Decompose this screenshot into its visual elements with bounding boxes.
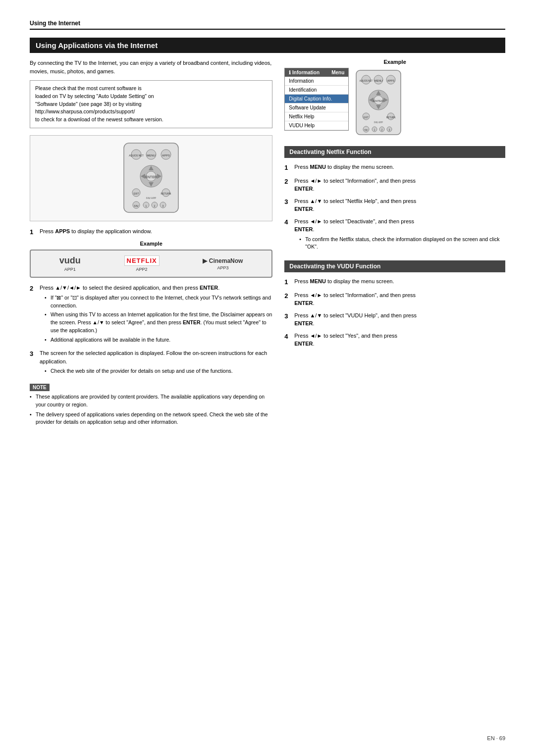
svg-text:3: 3 (162, 204, 164, 207)
svg-text:FAV: FAV (134, 204, 139, 207)
menu-item-information: Information (285, 77, 348, 86)
remote-diagram-right: AQUOS NET MENU APPS ENTER EXIT (354, 68, 403, 138)
main-title-box: Using Applications via the Internet (30, 38, 505, 53)
svg-text:2: 2 (154, 204, 156, 207)
menu-item-vudu-help: VUDU Help (285, 121, 348, 130)
left-column: By connecting the TV to the Internet, yo… (30, 59, 272, 428)
cinemanow-app-icon: ▶ CinemaNow APP3 (203, 257, 243, 270)
svg-text:AQUOS NET: AQUOS NET (129, 154, 143, 157)
netflix-step-1: 1 Press MENU to display the menu screen. (284, 163, 505, 173)
svg-text:AQUOS NET: AQUOS NET (360, 80, 373, 82)
remote-diagram-left: AQUOS NET MENU APPS ENTER EXIT RETURN (30, 135, 272, 221)
svg-text:MENU: MENU (374, 79, 382, 82)
example-right: Example ℹ Information Menu Information I… (284, 59, 505, 138)
svg-text:EXIT: EXIT (364, 116, 369, 119)
step-2-left: 2 Press ▲/▼/◄/► to select the desired ap… (30, 284, 272, 345)
netflix-step-3: 3 Press ▲/▼ to select "Netflix Help", an… (284, 197, 505, 213)
step-1-left: 1 Press APPS to display the application … (30, 227, 272, 237)
menu-list-box: ℹ Information Menu Information Identific… (284, 68, 349, 131)
svg-text:ENTER: ENTER (145, 175, 157, 179)
svg-text:FAV APP: FAV APP (374, 121, 383, 124)
svg-text:FAV APP: FAV APP (146, 197, 157, 200)
svg-text:APPS: APPS (387, 79, 395, 82)
note-section: NOTE These applications are provided by … (30, 384, 272, 426)
menu-item-identification: Identification (285, 86, 348, 95)
svg-text:FAV: FAV (365, 129, 369, 131)
vudu-step-4: 4 Press ◄/► to select "Yes", and then pr… (284, 332, 505, 348)
svg-text:APPS: APPS (162, 154, 170, 157)
netflix-step-4: 4 Press ◄/► to select "Deactivate", and … (284, 217, 505, 253)
svg-text:ENTER: ENTER (374, 100, 384, 102)
app-example-box: vudu APP1 NETFLIX APP2 ▶ CinemaNow APP3 (30, 250, 272, 278)
svg-text:RETURN: RETURN (161, 192, 171, 195)
menu-header: ℹ Information Menu (285, 68, 348, 77)
deactivate-netflix-section: Deactivating Netflix Function 1 Press ME… (284, 146, 505, 252)
netflix-app-icon: NETFLIX APP2 (124, 255, 160, 272)
svg-text:1: 1 (146, 204, 147, 207)
page-footer: EN · 69 (487, 735, 505, 741)
page-header-title: Using the Internet (30, 20, 80, 27)
page-header: Using the Internet (30, 20, 505, 30)
vudu-step-3: 3 Press ▲/▼ to select "VUDU Help", and t… (284, 311, 505, 328)
right-column: Example ℹ Information Menu Information I… (284, 59, 505, 428)
svg-text:MENU: MENU (147, 154, 156, 157)
deactivate-vudu-heading: Deactivating the VUDU Function (284, 260, 505, 272)
note-box: Please check that the most current softw… (30, 80, 272, 128)
vudu-step-1: 1 Press MENU to display the menu screen. (284, 277, 505, 287)
deactivate-vudu-section: Deactivating the VUDU Function 1 Press M… (284, 260, 505, 348)
netflix-step-2: 2 Press ◄/► to select "Information", and… (284, 177, 505, 193)
menu-example: ℹ Information Menu Information Identific… (284, 68, 505, 138)
example-label-apps: Example (30, 241, 272, 247)
example-label-right: Example (284, 59, 505, 65)
vudu-step-2: 2 Press ◄/► to select "Information", and… (284, 291, 505, 307)
svg-text:RETURN: RETURN (386, 116, 396, 119)
deactivate-netflix-heading: Deactivating Netflix Function (284, 146, 505, 158)
menu-item-software-update: Software Update (285, 103, 348, 112)
vudu-app-icon: vudu APP1 (59, 255, 81, 272)
step-3-left: 3 The screen for the selected applicatio… (30, 349, 272, 377)
menu-item-netflix-help: Netflix Help (285, 112, 348, 121)
svg-text:EXIT: EXIT (134, 192, 139, 195)
menu-item-digital-caption: Digital Caption Info. (285, 95, 348, 103)
intro-text: By connecting the TV to the Internet, yo… (30, 59, 272, 75)
